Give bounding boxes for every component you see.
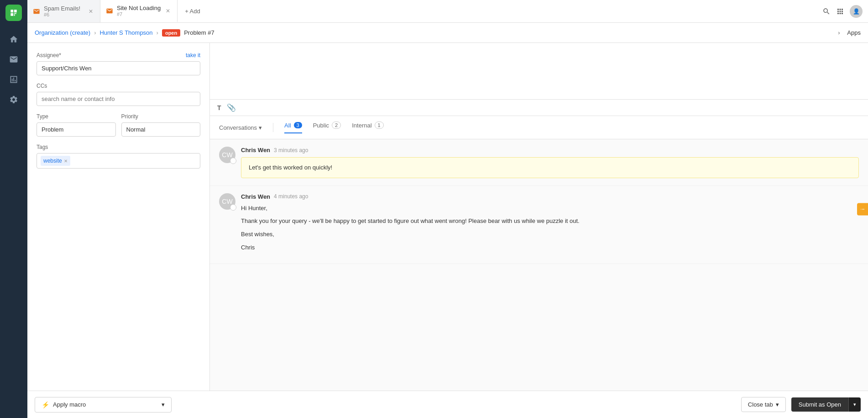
- conv-header: Conversations ▾ All 3 Public 2 Internal: [210, 116, 868, 139]
- close-tab-label: Close tab: [748, 401, 773, 408]
- message-2-author: Chris Wen: [241, 193, 270, 200]
- breadcrumb-org[interactable]: Organization (create): [35, 29, 90, 36]
- reply-toolbar: T 📎: [210, 99, 868, 116]
- avatar-action-btn[interactable]: +: [230, 158, 236, 164]
- reply-area: T 📎: [210, 43, 868, 116]
- conv-sep: [273, 123, 273, 132]
- conv-tab-all[interactable]: All 3: [284, 122, 302, 133]
- main-area: Spam Emails! #6 ✕ Site Not Loading #7 ✕ …: [27, 0, 868, 418]
- user-avatar[interactable]: 👤: [850, 5, 863, 18]
- message-1-author: Chris Wen: [241, 147, 270, 153]
- message-1-bubble: Let's get this worked on quickly!: [241, 157, 859, 178]
- nav-settings[interactable]: [5, 90, 23, 109]
- add-tab-button[interactable]: + Add: [178, 0, 208, 22]
- breadcrumb-expand[interactable]: ›: [834, 28, 843, 37]
- message-1-time: 3 minutes ago: [274, 147, 308, 153]
- macro-chevron: ▾: [162, 401, 165, 408]
- message-2-header: Chris Wen 4 minutes ago: [241, 193, 859, 200]
- close-tab-button[interactable]: Close tab ▾: [741, 397, 786, 412]
- tab-spam-title: Spam Emails!: [44, 5, 80, 12]
- tab-site[interactable]: Site Not Loading #7 ✕: [100, 0, 178, 22]
- submit-dropdown-button[interactable]: ▾: [848, 397, 861, 412]
- tab-spam-close[interactable]: ✕: [87, 8, 94, 15]
- conv-public-label: Public: [313, 122, 329, 129]
- ccs-input[interactable]: [37, 92, 200, 106]
- nav-home[interactable]: [5, 30, 23, 48]
- apps-icon[interactable]: [836, 7, 844, 16]
- conv-public-count: 2: [332, 122, 341, 129]
- assignee-label: Assignee* take it: [37, 52, 200, 58]
- conversations-chevron: ▾: [259, 124, 262, 131]
- bottom-bar: ⚡ Apply macro ▾ Close tab ▾ Submit as Op…: [27, 391, 868, 418]
- conv-internal-label: Internal: [352, 122, 371, 129]
- app-logo[interactable]: [5, 5, 22, 21]
- type-input[interactable]: [37, 122, 116, 137]
- message-1-header: Chris Wen 3 minutes ago: [241, 147, 859, 153]
- text-format-icon[interactable]: T: [217, 104, 221, 111]
- message-2: CW + Chris Wen 4 minutes ago Hi Hunter, …: [210, 186, 868, 264]
- nav-reports[interactable]: [5, 70, 23, 89]
- nav-tickets[interactable]: [5, 50, 23, 69]
- side-tab-label: !: [860, 208, 865, 210]
- tab-spam-num: #6: [44, 12, 80, 17]
- submit-main-button[interactable]: Submit as Open: [791, 397, 848, 412]
- tag-website-remove[interactable]: ✕: [64, 159, 68, 164]
- breadcrumb-sep2: ›: [157, 29, 158, 36]
- type-col: Type: [37, 113, 116, 137]
- breadcrumb-problem: Problem #7: [184, 29, 214, 36]
- message-1-avatar: CW +: [219, 147, 235, 163]
- conversations-label: Conversations: [219, 124, 257, 131]
- close-tab-chevron: ▾: [776, 401, 779, 408]
- msg2-signoff: Best wishes,: [241, 230, 859, 239]
- conv-all-count: 3: [294, 122, 302, 128]
- message-1-content: Chris Wen 3 minutes ago Let's get this w…: [241, 147, 859, 178]
- message-1: CW + Chris Wen 3 minutes ago Let's get t…: [210, 139, 868, 186]
- macro-label: Apply macro: [53, 401, 86, 408]
- type-label: Type: [37, 113, 116, 120]
- tab-spam[interactable]: Spam Emails! #6 ✕: [27, 0, 100, 22]
- sidebar: [0, 0, 27, 418]
- apps-label[interactable]: Apps: [847, 29, 861, 36]
- attach-icon[interactable]: 📎: [227, 103, 236, 112]
- breadcrumb: Organization (create) › Hunter S Thompso…: [27, 23, 868, 43]
- tags-label: Tags: [37, 144, 200, 150]
- assignee-input[interactable]: [37, 61, 200, 75]
- conversations-dropdown[interactable]: Conversations ▾: [219, 124, 262, 131]
- message-2-text: Hi Hunter, Thank you for your query - we…: [241, 204, 859, 253]
- tab-site-close[interactable]: ✕: [164, 7, 172, 15]
- conv-tab-public[interactable]: Public 2: [313, 122, 341, 133]
- conversations-section: Conversations ▾ All 3 Public 2 Internal: [210, 116, 868, 418]
- conv-internal-count: 1: [375, 122, 384, 129]
- right-panel: T 📎 Conversations ▾ All 3: [210, 43, 868, 418]
- reply-textarea[interactable]: [210, 43, 868, 98]
- take-it-link[interactable]: take it: [186, 52, 200, 58]
- tab-bar-actions: 👤: [817, 0, 868, 22]
- breadcrumb-sep1: ›: [94, 29, 96, 36]
- tab-site-num: #7: [117, 11, 161, 17]
- tags-container[interactable]: website ✕: [37, 153, 200, 169]
- message-1-text: Let's get this worked on quickly!: [249, 164, 332, 171]
- tab-bar: Spam Emails! #6 ✕ Site Not Loading #7 ✕ …: [27, 0, 868, 23]
- message-2-avatar: CW +: [219, 193, 235, 210]
- msg2-signname: Chris: [241, 243, 859, 253]
- breadcrumb-person[interactable]: Hunter S Thompson: [99, 29, 152, 36]
- conv-all-label: All: [284, 122, 291, 129]
- priority-label: Priority: [121, 113, 201, 120]
- message-2-content: Chris Wen 4 minutes ago Hi Hunter, Thank…: [241, 193, 859, 256]
- conv-tab-internal[interactable]: Internal 1: [352, 122, 384, 133]
- search-icon[interactable]: [822, 7, 831, 16]
- left-panel: Assignee* take it CCs Type Priority: [27, 43, 210, 418]
- tab-site-title: Site Not Loading: [117, 5, 161, 11]
- tag-website: website ✕: [41, 156, 70, 166]
- apply-macro-button[interactable]: ⚡ Apply macro ▾: [35, 397, 172, 413]
- priority-col: Priority: [121, 113, 201, 137]
- message-2-time: 4 minutes ago: [274, 193, 308, 200]
- avatar-2-action-btn[interactable]: +: [230, 204, 236, 211]
- status-badge: open: [162, 29, 180, 37]
- submit-button-group: Submit as Open ▾: [791, 397, 861, 412]
- priority-input[interactable]: [121, 122, 201, 137]
- content-area: Assignee* take it CCs Type Priority: [27, 43, 868, 418]
- macro-lightning-icon: ⚡: [42, 401, 49, 408]
- msg2-greeting: Hi Hunter,: [241, 204, 859, 213]
- side-tab[interactable]: !: [857, 203, 868, 215]
